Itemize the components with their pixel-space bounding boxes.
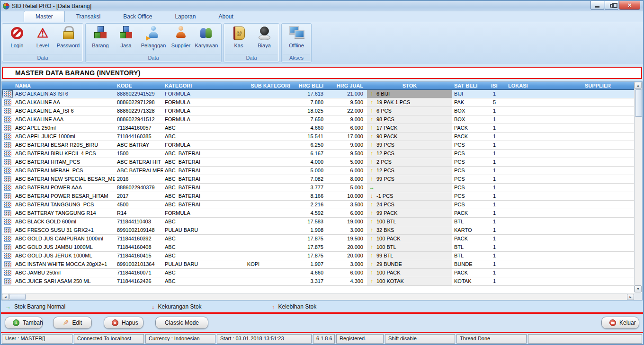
scrollbar-corner [634,293,642,300]
cell-hrg-jual: 20.000 [327,252,367,260]
column-header-kategori[interactable]: KATEGORI [163,82,213,89]
vertical-scrollbar[interactable]: ▲ ▼ [634,82,642,292]
table-row[interactable]: ABC FRESCO SUSU 31 GRX2+1 8991002109148 … [2,226,642,235]
table-row[interactable]: ABC GOLD JUS JERUK 1000ML 711844160415 A… [2,252,642,260]
column-header-sub-kategori[interactable]: SUB KATEGORI [213,82,294,89]
row-grid-icon[interactable] [2,158,13,166]
biaya-button[interactable]: Biaya [251,25,277,54]
column-header-hrg-jual[interactable]: HRG JUAL [327,82,367,89]
row-grid-icon[interactable] [2,107,13,115]
row-grid-icon[interactable] [2,260,13,268]
table-row[interactable]: ABC GOLD JUS JAMBU 1000ML 711844160408 A… [2,243,642,252]
table-row[interactable]: ABC JUICE SARI ASAM 250 ML 711844162426 … [2,277,642,286]
table-row[interactable]: ABC ALKALIN A3 ISI 6 8886022941529 FORMU… [2,90,642,98]
table-row[interactable]: ABC BATERAI TANGGUNG_PCS 4500 ABC BATERA… [2,201,642,209]
table-row[interactable]: ABC BATERAI POWER BESAR_HITAM 2017 ABC B… [2,192,642,201]
row-grid-icon[interactable] [2,201,13,209]
tab-master[interactable]: Master [24,11,65,22]
level-button[interactable]: ⚠ Level [30,25,55,54]
row-grid-icon[interactable] [2,167,13,175]
cell-nama: ABC FRESCO SUSU 31 GRX2+1 [13,226,115,234]
table-row[interactable]: ABC GOLD JUS CAMPURAN 1000ml 71184416039… [2,235,642,243]
password-button[interactable]: Password [55,25,81,54]
column-header-nama[interactable]: NAMA [13,82,115,89]
row-grid-icon[interactable] [2,115,13,124]
row-grid-icon[interactable] [2,141,13,149]
scroll-right-icon[interactable]: ► [627,294,634,300]
table-row[interactable]: ABC INSTAN WHITE MOCCA 20gX2+1 899100210… [2,260,642,269]
cell-hrg-jual: 8.000 [327,175,367,183]
column-header-kode[interactable]: KODE [115,82,163,89]
close-button[interactable]: × [619,1,640,10]
table-row[interactable]: ABC BATERAI POWER AAA 8886022940379 ABC … [2,184,642,192]
edit-button[interactable]: ✎ Edit [53,317,92,329]
row-grid-icon[interactable] [2,133,13,141]
table-row[interactable]: ABC ALKALINE AAA 8886022941512 FORMULA 7… [2,115,642,124]
table-row[interactable]: ABC BATERAI BESAR R20S_BIRU ABC BATRAY F… [2,141,642,150]
table-row[interactable]: ABC BATTERAY TANGGUNG R14 R14 FORMULA 4.… [2,209,642,218]
tab-back-office[interactable]: Back Office [112,11,163,22]
row-grid-icon[interactable] [2,124,13,132]
supplier-button[interactable]: Supplier [168,25,194,54]
table-row[interactable]: ABC BATERAI MERAH_PCS ABC BATERAI MER AB… [2,167,642,175]
cell-kode: R14 [115,209,163,217]
column-header-stok[interactable]: STOK [367,82,452,89]
column-header-hrg-beli[interactable]: HRG BELI [294,82,327,89]
kas-button[interactable]: Kas [226,25,251,54]
tambah-button[interactable]: + Tambah [5,317,43,329]
cell-nama: ABC BATERAI MERAH_PCS [13,167,115,175]
row-grid-icon[interactable] [2,150,13,158]
horizontal-scroll-thumb[interactable] [9,294,26,300]
offline-button[interactable]: Offline [284,25,309,54]
barang-button[interactable]: Barang [88,25,113,54]
restore-button[interactable] [605,1,618,10]
column-header-sat-beli[interactable]: SAT BELI [452,82,489,89]
row-grid-icon[interactable] [2,269,13,277]
table-row[interactable]: ABC APEL 250ml 711844160057 ABC 4.660 6.… [2,124,642,133]
table-row[interactable]: ABC BATERAI HITAM_PCS ABC BATERAI HIT AB… [2,158,642,167]
row-grid-icon[interactable] [2,184,13,192]
row-grid-icon[interactable] [2,226,13,234]
tab-laporan[interactable]: Laporan [163,11,207,22]
table-row[interactable]: ABC ALKALINE AA 8886022971298 FORMULA 7.… [2,98,642,107]
pelanggan-button[interactable]: Pelanggan ▼ [139,25,168,54]
classic-mode-button[interactable]: Classic Mode [155,317,208,329]
karyawan-button[interactable]: Karyawan [194,25,219,54]
table-row[interactable]: ABC BATERAI NEW SPECIAL BESAR_MER 2016 A… [2,175,642,184]
row-grid-icon[interactable] [2,243,13,251]
login-button[interactable]: Login [4,25,30,54]
cubes-icon [118,25,134,41]
tab-about[interactable]: About [207,11,244,22]
stock-arrow-icon: ↑ [369,133,375,141]
scroll-left-icon[interactable]: ◄ [2,294,9,300]
scroll-down-icon[interactable]: ▼ [635,285,642,292]
table-row[interactable]: ABC JAMBU 250ml 711844160071 ABC 4.660 6… [2,269,642,277]
minimize-button[interactable] [590,1,604,10]
keluar-button[interactable]: Keluar [601,317,639,329]
column-header-lokasi[interactable]: LOKASI [506,82,554,89]
row-grid-icon[interactable] [2,90,13,98]
table-row[interactable]: ABC APEL JUICE 1000ml 711844160385 ABC 1… [2,133,642,141]
table-row[interactable]: ABC BLACK GOLD 600ml 711844110403 ABC 17… [2,218,642,226]
column-header-supplier[interactable]: SUPPLIER [554,82,642,89]
hapus-button[interactable]: × Hapus [104,317,143,329]
row-grid-icon[interactable] [2,175,13,183]
grid-icon [4,133,11,140]
cell-lokasi [506,107,554,115]
row-grid-icon[interactable] [2,209,13,217]
row-grid-icon[interactable] [2,218,13,226]
row-grid-icon[interactable] [2,252,13,260]
row-grid-icon[interactable] [2,277,13,285]
scroll-up-icon[interactable]: ▲ [635,82,642,89]
tab-transaksi[interactable]: Transaksi [65,11,112,22]
row-grid-icon[interactable] [2,98,13,106]
jasa-button[interactable]: Jasa [113,25,139,54]
row-grid-icon[interactable] [2,235,13,243]
column-header-isi[interactable]: ISI [489,82,506,89]
horizontal-scrollbar[interactable]: ◄ ► [2,293,634,300]
table-row[interactable]: ABC ALKALINE AA_ISI 6 8886022971328 FORM… [2,107,642,115]
row-grid-icon[interactable] [2,192,13,200]
vertical-scroll-thumb[interactable] [635,89,642,117]
table-row[interactable]: ABC BATERAI BIRU KECIL 4 PCS 1500 ABC BA… [2,150,642,158]
cell-kode: 4500 [115,201,163,209]
